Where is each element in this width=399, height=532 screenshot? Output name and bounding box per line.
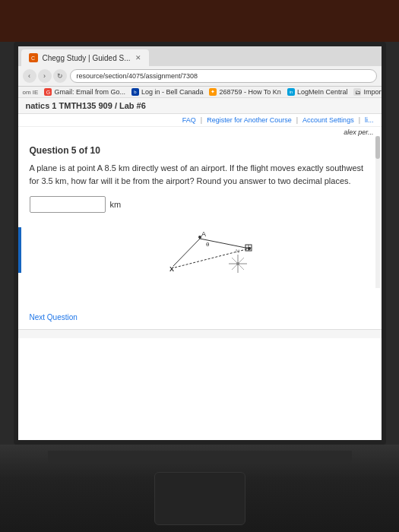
laptop-hinge [48,451,352,464]
howto-label: 268759 - How To Kn [219,88,280,96]
above-screen-area [0,0,399,42]
next-question-link[interactable]: Next Question [30,313,370,321]
top-nav: FAQ | Register for Another Course | Acco… [18,114,382,127]
question-number: Question 5 of 10 [30,145,370,156]
breadcrumb: natics 1 TMTH135 909 / Lab #6 [26,101,374,110]
svg-text:X: X [169,265,174,273]
tab-label: Chegg Study | Guided S... [43,54,131,62]
svg-text:A: A [201,230,206,238]
compass-rose: N [229,249,247,273]
scroll-thumb[interactable] [375,136,380,159]
gmail-favicon: G [44,88,52,96]
register-link[interactable]: Register for Another Course [207,116,292,124]
logmein-favicon: in [287,88,295,96]
imported-label: Imported From IE (1) [363,88,385,96]
user-greeting: alex per... [344,128,373,136]
forward-button[interactable]: › [38,69,52,83]
trackpad[interactable] [154,472,245,525]
tab-bar: C Chegg Study | Guided S... ✕ [18,46,382,66]
tab-close-button[interactable]: ✕ [135,54,141,62]
bookmark-logmein[interactable]: in LogMeIn Central [287,88,348,96]
account-settings-link[interactable]: Account Settings [302,116,354,124]
bell-favicon: b [131,88,139,96]
screen-bezel: C Chegg Study | Guided S... ✕ ‹ › ↻ reso… [14,42,386,445]
address-bar-area: ‹ › ↻ resource/section/4075/assignment/7… [18,66,382,87]
user-name-display: alex per... [18,127,382,138]
separator-3: | [359,116,360,124]
bell-label: Log in - Bell Canada [141,88,204,96]
svg-text:θ: θ [206,241,210,248]
tab-favicon: C [29,53,38,62]
status-bar [18,329,382,338]
unit-label: km [110,200,122,209]
question-area: Question 5 of 10 A plane is at point A 8… [18,138,382,306]
question-text: A plane is at point A 8.5 km directly we… [30,162,370,187]
blue-left-indicator [18,227,21,273]
back-button[interactable]: ‹ [23,69,36,83]
answer-input-row: km [30,196,370,213]
bookmark-bell[interactable]: b Log in - Bell Canada [131,88,204,96]
gmail-label: Gmail: Email from Go... [54,88,125,96]
svg-text:N: N [236,249,239,254]
faq-link[interactable]: FAQ [182,116,196,124]
bookmarks-bar: om IE G Gmail: Email from Go... b Log in… [18,87,382,98]
url-text: resource/section/4075/assignment/7308 [77,72,198,80]
laptop-frame: C Chegg Study | Guided S... ✕ ‹ › ↻ reso… [0,0,399,532]
howto-favicon: ✦ [209,88,217,96]
geometry-diagram: A θ [139,222,261,290]
separator-1: | [201,116,202,124]
nav-buttons: ‹ › ↻ [23,69,67,83]
more-nav-indicator: li... [365,116,374,124]
answer-input-field[interactable] [30,196,106,213]
logmein-label: LogMeIn Central [297,88,348,96]
site-header: natics 1 TMTH135 909 / Lab #6 [18,98,382,114]
separator-2: | [296,116,298,124]
bookmark-howto[interactable]: ✦ 268759 - How To Kn [209,88,280,96]
svg-line-8 [173,239,200,266]
address-input[interactable]: resource/section/4075/assignment/7308 [70,69,377,83]
bookmark-ie-label: om IE [23,89,39,96]
active-tab[interactable]: C Chegg Study | Guided S... ✕ [21,49,149,66]
bookmark-g[interactable]: G Gmail: Email from Go... [44,88,125,96]
laptop-base-area [0,445,399,532]
bookmark-imported[interactable]: 🗂 Imported From IE (1) [353,88,385,96]
svg-point-16 [236,262,239,265]
scroll-bar[interactable] [375,136,380,288]
diagram-area: A θ [30,222,370,290]
browser-window: C Chegg Study | Guided S... ✕ ‹ › ↻ reso… [18,46,382,440]
imported-favicon: 🗂 [353,88,361,96]
refresh-button[interactable]: ↻ [53,69,67,83]
page-content: natics 1 TMTH135 909 / Lab #6 FAQ | Regi… [18,98,382,440]
